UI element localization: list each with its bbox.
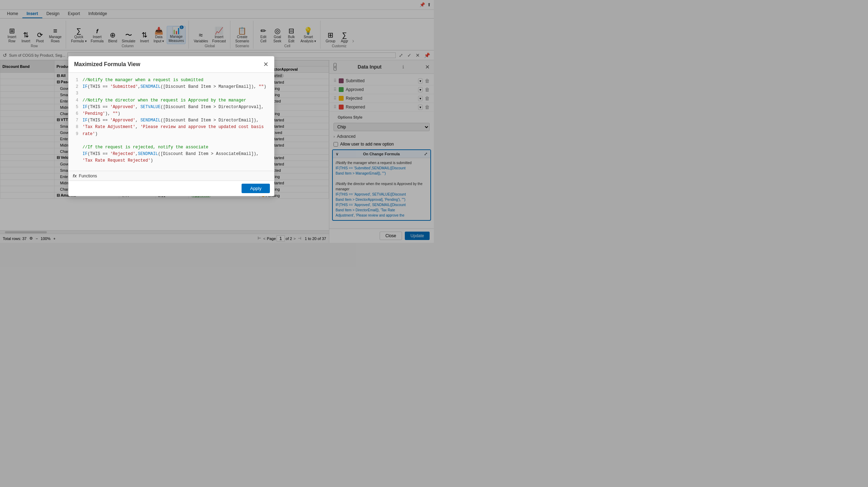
- code-line-5: IF(THIS == 'Approved', SETVALUE([Discoun…: [83, 104, 270, 117]
- code-line-8: //If the request is rejected, notify the…: [83, 144, 270, 151]
- code-line-6: IF(THIS == 'Approved', SENDMAIL([Discoun…: [83, 117, 270, 137]
- code-line-2: IF(THIS == 'Submitted',SENDMAIL([Discoun…: [83, 84, 270, 90]
- fx-icon: fx: [73, 173, 77, 178]
- apply-button[interactable]: Apply: [242, 184, 270, 193]
- formula-modal: Maximized Formula View ✕ 1 2 3 4 5 6 7 8…: [68, 56, 274, 196]
- functions-bar: fx Functions: [69, 171, 274, 181]
- line-num-5: 5: [73, 104, 78, 111]
- modal-footer: Apply: [69, 181, 274, 196]
- modal-body: 1 2 3 4 5 6 7 8 9 //Notify the manager w…: [69, 73, 274, 181]
- modal-title: Maximized Formula View: [74, 61, 140, 68]
- line-num-4: 4: [73, 97, 78, 104]
- line-num-3: 3: [73, 90, 78, 97]
- code-line-4: //Notify the director when the request i…: [83, 97, 270, 104]
- line-num-8: 8: [73, 124, 78, 130]
- code-content[interactable]: //Notify the manager when a request is s…: [83, 77, 270, 167]
- modal-header: Maximized Formula View ✕: [69, 56, 274, 73]
- line-num-2: 2: [73, 84, 78, 90]
- functions-label[interactable]: Functions: [79, 174, 97, 178]
- line-num-9: 9: [73, 131, 78, 137]
- code-line-1: //Notify the manager when a request is s…: [83, 77, 270, 84]
- line-num-1: 1: [73, 77, 78, 84]
- modal-overlay: Maximized Formula View ✕ 1 2 3 4 5 6 7 8…: [0, 0, 434, 244]
- line-num-6: 6: [73, 111, 78, 117]
- line-num-7: 7: [73, 117, 78, 124]
- modal-close-button[interactable]: ✕: [263, 61, 268, 68]
- code-line-7: [83, 137, 270, 144]
- line-numbers: 1 2 3 4 5 6 7 8 9: [73, 77, 78, 167]
- code-line-9: IF(THIS == 'Rejected',SENDMAIL([Discount…: [83, 151, 270, 164]
- code-area: 1 2 3 4 5 6 7 8 9 //Notify the manager w…: [69, 73, 274, 171]
- code-line-3: [83, 90, 270, 97]
